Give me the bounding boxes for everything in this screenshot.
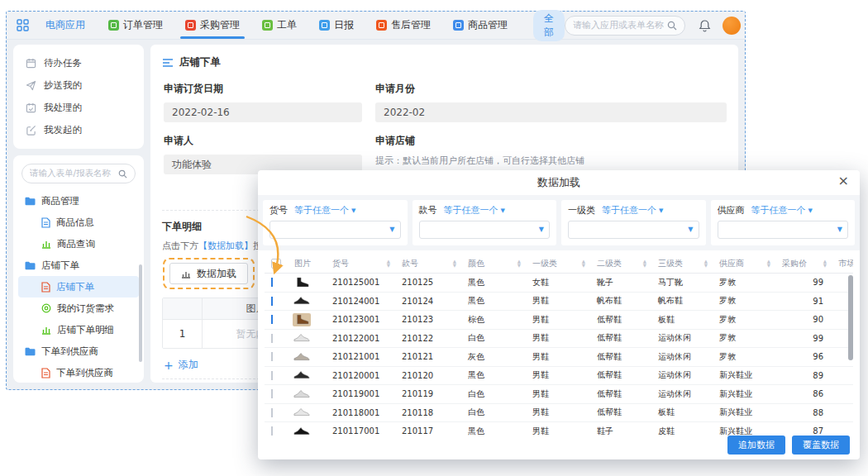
filter-value-select[interactable]: ▼ xyxy=(568,221,699,239)
row-checkbox[interactable] xyxy=(271,352,273,361)
data-load-button-label: 数据加载 xyxy=(197,267,236,281)
tree-item-商品查询[interactable]: 商品查询 xyxy=(18,233,139,255)
nav-item-日报[interactable]: 日报 xyxy=(319,12,354,39)
month-input[interactable]: 2022-02 xyxy=(375,102,727,122)
doc-blue-icon xyxy=(41,217,50,228)
close-icon[interactable]: × xyxy=(838,174,849,188)
form-search-input[interactable]: 请输入表单/报表名称 xyxy=(21,164,136,183)
sort-icon[interactable]: ▲▼ xyxy=(767,259,770,267)
row-checkbox[interactable] xyxy=(271,278,273,287)
table-row-210125001[interactable]: 210125001210125黑色女鞋靴子马丁靴罗敦99 xyxy=(265,274,853,293)
cat1-cell: 男鞋 xyxy=(526,351,590,363)
cat2-cell: 低帮鞋 xyxy=(590,332,651,344)
add-row-link[interactable]: +添加 xyxy=(164,358,198,372)
data-load-modal: 数据加载 × 货号等于任意一个▼▼款号等于任意一个▼▼一级类等于任意一个▼▼供应… xyxy=(258,170,860,459)
load-hint-link: 【数据加载】 xyxy=(198,240,253,251)
filter-field-label: 款号 xyxy=(419,204,437,217)
table-scrollbar[interactable] xyxy=(848,275,853,360)
tree-item-下单到供应商[interactable]: 下单到供应商 xyxy=(18,362,139,383)
search-icon xyxy=(118,169,127,178)
tree-item-商品信息[interactable]: 商品信息 xyxy=(18,212,139,233)
sidebar-item-我处理的[interactable]: 我处理的 xyxy=(13,97,144,119)
nav-item-订单管理[interactable]: 订单管理 xyxy=(108,12,163,39)
sort-icon[interactable]: ▲▼ xyxy=(643,259,646,267)
app-name[interactable]: 电商应用 xyxy=(45,18,85,32)
tree-item-店铺下单[interactable]: 店铺下单 xyxy=(18,255,139,276)
field-month: 申请月份 2022-02 xyxy=(375,82,727,134)
table-row-210118001[interactable]: 210118001210118白色男鞋低帮鞋板鞋新兴鞋业88 xyxy=(265,404,853,423)
column-header-款号: 款号▲▼ xyxy=(395,258,461,269)
item-no-cell: 210117001 xyxy=(326,426,395,436)
nav-square-icon xyxy=(319,20,330,31)
order-date-input[interactable]: 2022-02-16 xyxy=(164,102,362,122)
user-avatar[interactable] xyxy=(723,17,741,35)
product-image-cell xyxy=(288,331,326,345)
item-no-cell: 210122001 xyxy=(326,334,395,343)
supplier-cell: 新兴鞋业 xyxy=(713,426,775,436)
filter-value-select[interactable]: ▼ xyxy=(718,221,849,239)
sort-icon[interactable]: ▲▼ xyxy=(517,259,521,267)
nav-item-商品管理[interactable]: 商品管理 xyxy=(453,12,508,39)
append-data-button[interactable]: 追加数据 xyxy=(727,436,785,455)
table-row-210123001[interactable]: 210123001210123棕色男鞋低帮鞋板鞋罗敦90 xyxy=(265,311,853,330)
nav-item-售后管理[interactable]: 售后管理 xyxy=(376,12,431,39)
row-checkbox[interactable] xyxy=(271,297,273,306)
supplier-cell: 新兴鞋业 xyxy=(713,407,775,418)
sort-icon[interactable]: ▲▼ xyxy=(823,259,827,267)
product-image-cell xyxy=(288,294,326,307)
tree-item-下单到供应商[interactable]: 下单到供应商 xyxy=(18,340,139,362)
row-checkbox[interactable] xyxy=(271,371,273,380)
sidebar-item-抄送我的[interactable]: 抄送我的 xyxy=(13,74,144,97)
chart-icon xyxy=(41,325,51,335)
style-no-cell: 210122 xyxy=(395,334,461,343)
filter-operator-dropdown[interactable]: 等于任意一个▼ xyxy=(602,204,663,217)
row-checkbox[interactable] xyxy=(271,426,273,436)
filter-operator-dropdown[interactable]: 等于任意一个▼ xyxy=(751,204,813,217)
column-header-label: 图片 xyxy=(294,258,311,269)
sidebar-scrollbar[interactable] xyxy=(139,264,142,362)
nav-square-icon xyxy=(262,20,273,31)
table-row-210122001[interactable]: 210122001210122白色男鞋低帮鞋运动休闲罗敦99 xyxy=(265,330,853,349)
sort-icon[interactable]: ▲▼ xyxy=(704,259,708,267)
sort-icon[interactable]: ▲▼ xyxy=(582,259,585,267)
row-checkbox[interactable] xyxy=(271,334,273,343)
filter-operator-dropdown[interactable]: 等于任意一个▼ xyxy=(294,204,355,217)
filter-operator-dropdown[interactable]: 等于任意一个▼ xyxy=(444,204,505,217)
data-load-button[interactable]: 数据加载 xyxy=(169,263,248,284)
notification-bell-icon[interactable] xyxy=(699,19,711,32)
row-checkbox-cell xyxy=(265,315,288,324)
tree-item-店铺下单明细[interactable]: 店铺下单明细 xyxy=(18,319,139,340)
product-image-cell xyxy=(288,350,326,364)
filter-field-label: 货号 xyxy=(269,204,288,217)
field-label: 申请人 xyxy=(164,134,362,148)
tree-item-店铺下单[interactable]: 店铺下单 xyxy=(18,276,139,298)
apps-grid-icon[interactable] xyxy=(17,19,29,31)
overwrite-data-button[interactable]: 覆盖数据 xyxy=(792,436,850,455)
modal-filter-bar: 货号等于任意一个▼▼款号等于任意一个▼▼一级类等于任意一个▼▼供应商等于任意一个… xyxy=(258,195,860,250)
collapse-menu-icon[interactable] xyxy=(162,58,174,68)
sort-icon[interactable]: ▲▼ xyxy=(387,259,390,267)
tree-item-商品管理[interactable]: 商品管理 xyxy=(18,190,139,212)
table-row-210124001[interactable]: 210124001210124黑色男鞋帆布鞋帆布鞋罗敦91 xyxy=(265,293,853,312)
filter-value-select[interactable]: ▼ xyxy=(419,221,551,239)
tree-item-我的订货需求[interactable]: 我的订货需求 xyxy=(18,298,139,319)
row-checkbox[interactable] xyxy=(271,408,273,417)
table-row-210121001[interactable]: 210121001210121灰色男鞋低帮鞋运动休闲罗敦96 xyxy=(265,348,853,367)
sort-icon[interactable]: ▲▼ xyxy=(453,259,456,267)
nav-item-采购管理[interactable]: 采购管理 xyxy=(185,12,240,39)
sidebar-item-我发起的[interactable]: 我发起的 xyxy=(13,119,144,141)
row-checkbox[interactable] xyxy=(271,389,273,398)
row-checkbox[interactable] xyxy=(271,315,273,324)
page-header: 店铺下单 xyxy=(162,55,727,69)
table-row-210119001[interactable]: 210119001210119白色男鞋低帮鞋运动休闲新兴鞋业86 xyxy=(265,385,853,404)
table-row-210120001[interactable]: 210120001210120黑色男鞋低帮鞋运动休闲新兴鞋业89 xyxy=(265,367,853,386)
table-row-210117001[interactable]: 210117001210117黑色男鞋鞋子皮鞋新兴鞋业87 xyxy=(265,422,853,436)
row-checkbox-cell xyxy=(265,426,288,436)
tree-item-label: 店铺下单 xyxy=(56,281,94,293)
select-all-checkbox[interactable] xyxy=(271,259,281,269)
nav-all-pill[interactable]: 全部 xyxy=(533,10,565,41)
nav-item-工单[interactable]: 工单 xyxy=(262,12,297,39)
filter-value-select[interactable]: ▼ xyxy=(269,221,401,239)
app-search-input[interactable]: 请输入应用或表单名称 xyxy=(565,16,685,36)
sidebar-item-待办任务[interactable]: 待办任务 xyxy=(13,52,144,74)
